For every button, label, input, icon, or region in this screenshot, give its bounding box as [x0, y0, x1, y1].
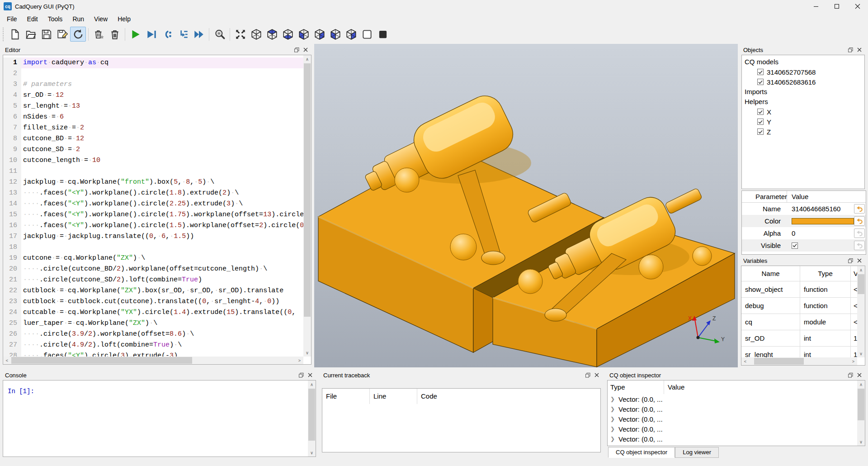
variables-col-value[interactable]: Value: [851, 266, 857, 281]
float-panel-icon[interactable]: [847, 46, 854, 53]
inspector-row[interactable]: ❯Vector: (0.0, ...: [608, 434, 857, 444]
expand-chevron-icon[interactable]: ❯: [610, 426, 615, 432]
visible-checkbox[interactable]: [792, 243, 798, 249]
open-button[interactable]: [23, 27, 38, 42]
editor-vscroll-thumb[interactable]: [304, 63, 311, 317]
property-value[interactable]: 3140646685160: [787, 205, 854, 213]
expand-chevron-icon[interactable]: ❯: [610, 396, 615, 402]
code-line-8[interactable]: 8cutcone_BD·=·12: [3, 133, 303, 144]
code-line-19[interactable]: 19cutcone·=·cq.Workplane("ZX")·\: [3, 253, 303, 264]
debug-button[interactable]: [143, 27, 159, 42]
code-line-20[interactable]: 20····.circle(cutcone_BD/2).workplane(of…: [3, 264, 303, 275]
viewport-3d[interactable]: X Z Y: [314, 44, 738, 367]
menu-view[interactable]: View: [89, 14, 113, 24]
bottom-view-button[interactable]: [280, 27, 296, 42]
variables-hscroll-thumb[interactable]: [754, 358, 804, 365]
code-line-1[interactable]: 1import·cadquery·as·cq: [3, 57, 303, 68]
code-line-2[interactable]: 2: [3, 68, 303, 79]
step-button[interactable]: [159, 27, 175, 42]
float-panel-icon[interactable]: [297, 371, 305, 379]
tree-item[interactable]: Z: [745, 127, 862, 137]
visibility-checkbox[interactable]: [757, 79, 764, 85]
visibility-checkbox[interactable]: [757, 119, 764, 125]
tree-item[interactable]: Y: [745, 117, 862, 127]
front-view-button[interactable]: [296, 27, 311, 42]
code-line-16[interactable]: 16····.faces("<Y").workplane().circle(1.…: [3, 220, 303, 231]
close-panel-icon[interactable]: [856, 257, 863, 264]
code-line-7[interactable]: 7fillet_size·=·2: [3, 123, 303, 133]
code-line-18[interactable]: 18: [3, 242, 303, 253]
iso-view-button[interactable]: [248, 27, 264, 42]
inspector-row[interactable]: ❯Vector: (0.0, ...: [608, 414, 857, 424]
new-file-button[interactable]: [7, 27, 23, 42]
tree-group-helpers[interactable]: Helpers: [745, 97, 862, 107]
close-panel-icon[interactable]: [856, 46, 863, 53]
close-panel-icon[interactable]: [307, 371, 314, 379]
expand-chevron-icon[interactable]: ❯: [610, 416, 615, 422]
inspector-row[interactable]: ❯Vector: (0.0, ...: [608, 424, 857, 434]
code-line-6[interactable]: 6nSides·=·6: [3, 112, 303, 123]
expand-chevron-icon[interactable]: ❯: [610, 436, 615, 442]
code-line-14[interactable]: 14····.faces("<Y").workplane().circle(2.…: [3, 199, 303, 209]
code-line-15[interactable]: 15····.faces("<Y").workplane().circle(1.…: [3, 209, 303, 220]
tab-log-viewer[interactable]: Log viewer: [675, 447, 719, 458]
variable-row[interactable]: sr_lenghtint13: [741, 346, 857, 357]
property-value[interactable]: 0: [787, 229, 854, 237]
code-line-13[interactable]: 13····.faces("<Y").workplane().circle(1.…: [3, 188, 303, 199]
editor-hscrollbar[interactable]: < >: [3, 357, 303, 364]
reload-button[interactable]: [70, 27, 86, 42]
menu-file[interactable]: File: [2, 14, 22, 24]
undo-icon[interactable]: [854, 204, 865, 214]
save-as-button[interactable]: [54, 27, 70, 42]
inspector-vscroll-thumb[interactable]: [858, 389, 864, 420]
minimize-button[interactable]: [806, 0, 826, 13]
code-line-26[interactable]: 26····.circle(3.9/2).workplane(offset=8.…: [3, 329, 303, 340]
inspector-row[interactable]: ❯Vector: (0.0, ...: [608, 404, 857, 414]
variables-vscroll-thumb[interactable]: [858, 274, 864, 294]
variable-row[interactable]: sr_ODint12: [741, 330, 857, 346]
back-view-button[interactable]: [311, 27, 327, 42]
tab-cq-object-inspector[interactable]: CQ object inspector: [608, 447, 675, 458]
toolbar-drag-handle[interactable]: [3, 28, 5, 41]
menu-edit[interactable]: Edit: [22, 14, 43, 24]
tree-item[interactable]: 3140652707568: [745, 67, 862, 77]
code-line-3[interactable]: 3# parameters: [3, 79, 303, 90]
close-panel-icon[interactable]: [593, 371, 600, 379]
tree-group-imports[interactable]: Imports: [745, 87, 862, 97]
code-line-17[interactable]: 17jackplug·=·jackplug.translate((0,·6,·1…: [3, 231, 303, 242]
inspector-vscrollbar[interactable]: ∧ ∨: [857, 380, 865, 446]
code-line-28[interactable]: 28····.faces("<Y").circle(3).extrude(-3): [3, 351, 303, 357]
tree-item[interactable]: X: [745, 107, 862, 117]
variables-col-type[interactable]: Type: [800, 266, 851, 281]
continue-button[interactable]: [191, 27, 207, 42]
code-line-25[interactable]: 25luer_taper·=·cq.Workplane("ZX")·\: [3, 318, 303, 329]
code-line-5[interactable]: 5sr_lenght·=·13: [3, 101, 303, 112]
console-vscrollbar[interactable]: ∧ ∨: [308, 380, 316, 456]
tree-item[interactable]: 3140652683616: [745, 77, 862, 87]
variable-row[interactable]: debugfunction<f: [741, 297, 857, 314]
variable-row[interactable]: cqmodule<m: [741, 314, 857, 330]
color-swatch[interactable]: [792, 218, 854, 224]
inspect-button[interactable]: [212, 27, 227, 42]
delete-current-button[interactable]: [91, 27, 107, 42]
save-button[interactable]: [38, 27, 54, 42]
console-input-area[interactable]: In [1]: ∧ ∨: [3, 380, 316, 457]
editor-vscrollbar[interactable]: ∧ ∨: [303, 55, 311, 357]
code-line-27[interactable]: 27····.circle(4.9/2).loft(combine=True)·…: [3, 340, 303, 351]
close-panel-icon[interactable]: [302, 46, 309, 53]
top-view-button[interactable]: [264, 27, 280, 42]
visibility-checkbox[interactable]: [757, 128, 764, 135]
undo-icon[interactable]: [854, 216, 865, 226]
console-vscroll-thumb[interactable]: [308, 389, 315, 441]
wireframe-view-button[interactable]: [375, 27, 391, 42]
visibility-checkbox[interactable]: [757, 109, 764, 115]
tree-group-cq-models[interactable]: CQ models: [745, 57, 862, 67]
variable-row[interactable]: show_objectfunction<f: [741, 281, 857, 297]
variables-col-name[interactable]: Name: [741, 266, 800, 281]
step-in-button[interactable]: [175, 27, 191, 42]
render-button[interactable]: [127, 27, 143, 42]
fit-view-button[interactable]: [232, 27, 248, 42]
variables-vscrollbar[interactable]: ∧ ∨: [857, 266, 865, 357]
menu-run[interactable]: Run: [67, 14, 89, 24]
code-line-21[interactable]: 21····.circle(cutcone_SD/2).loft(combine…: [3, 275, 303, 285]
